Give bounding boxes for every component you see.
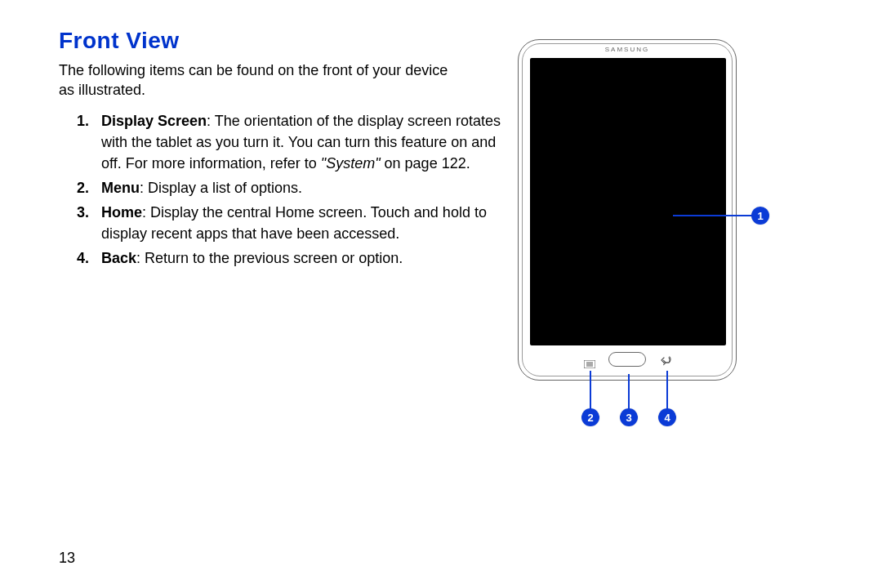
- feature-label: Display Screen: [101, 113, 207, 129]
- feature-reference-after: on page 122.: [381, 155, 470, 172]
- intro-text: The following items can be found on the …: [59, 60, 467, 100]
- callout-line-1: [673, 215, 753, 216]
- page-number: 13: [59, 550, 75, 567]
- back-icon: [661, 355, 672, 367]
- callout-badge-1: 1: [751, 207, 769, 225]
- callout-line-2: [590, 371, 591, 410]
- manual-page: Front View The following items can be fo…: [0, 0, 882, 588]
- callout-line-4: [666, 371, 668, 410]
- svg-rect-0: [584, 360, 595, 368]
- feature-text: : Display a list of options.: [140, 180, 302, 196]
- feature-label: Menu: [101, 180, 140, 196]
- callout-badge-2: 2: [581, 408, 599, 426]
- feature-label: Home: [101, 204, 142, 220]
- device-screen: [530, 58, 726, 345]
- feature-text: : Display the central Home screen. Touch…: [101, 204, 487, 242]
- feature-item-display-screen: Display Screen: The orientation of the d…: [101, 110, 510, 174]
- callout-line-3: [628, 374, 630, 410]
- device-illustration: SAMSUNG 1 2 3 4: [518, 39, 779, 423]
- feature-list: Display Screen: The orientation of the d…: [59, 110, 510, 270]
- feature-item-back: Back: Return to the previous screen or o…: [101, 247, 510, 269]
- feature-text: : Return to the previous screen or optio…: [136, 250, 403, 266]
- device-outline: SAMSUNG: [518, 39, 737, 381]
- feature-reference: "System": [321, 155, 381, 172]
- feature-item-home: Home: Display the central Home screen. T…: [101, 202, 510, 244]
- device-brand-label: SAMSUNG: [519, 46, 736, 53]
- callout-badge-4: 4: [658, 408, 676, 426]
- menu-icon: [584, 357, 595, 365]
- callout-badge-3: 3: [620, 408, 638, 426]
- feature-item-menu: Menu: Display a list of options.: [101, 177, 510, 198]
- device-button-row: [519, 352, 736, 372]
- feature-label: Back: [101, 250, 136, 266]
- home-button-icon: [608, 352, 646, 367]
